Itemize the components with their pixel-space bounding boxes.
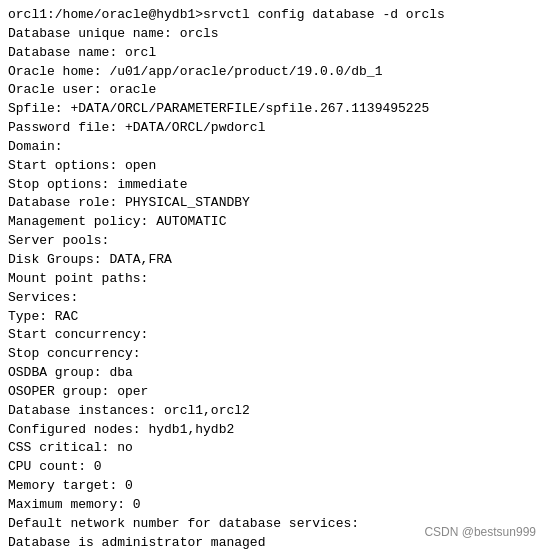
terminal-line: Database unique name: orcls [8,25,538,44]
terminal-line: Spfile: +DATA/ORCL/PARAMETERFILE/spfile.… [8,100,538,119]
terminal-line: CSS critical: no [8,439,538,458]
terminal-line: CPU count: 0 [8,458,538,477]
terminal-line: OSOPER group: oper [8,383,538,402]
terminal-line: Type: RAC [8,308,538,327]
terminal-line: Memory target: 0 [8,477,538,496]
terminal-line: orcl1:/home/oracle@hydb1>srvctl config d… [8,6,538,25]
terminal-line: Mount point paths: [8,270,538,289]
terminal-line: Server pools: [8,232,538,251]
terminal-line: Database name: orcl [8,44,538,63]
terminal-output: orcl1:/home/oracle@hydb1>srvctl config d… [8,6,538,549]
terminal-line: Maximum memory: 0 [8,496,538,515]
terminal-line: Password file: +DATA/ORCL/pwdorcl [8,119,538,138]
terminal-line: OSDBA group: dba [8,364,538,383]
terminal-line: Services: [8,289,538,308]
terminal-line: Configured nodes: hydb1,hydb2 [8,421,538,440]
terminal-line: Start concurrency: [8,326,538,345]
terminal-line: Oracle home: /u01/app/oracle/product/19.… [8,63,538,82]
terminal-line: Domain: [8,138,538,157]
terminal-line: Management policy: AUTOMATIC [8,213,538,232]
terminal-window: orcl1:/home/oracle@hydb1>srvctl config d… [0,0,546,549]
terminal-line: Database role: PHYSICAL_STANDBY [8,194,538,213]
terminal-line: Oracle user: oracle [8,81,538,100]
terminal-line: Stop options: immediate [8,176,538,195]
terminal-line: Stop concurrency: [8,345,538,364]
terminal-line: Disk Groups: DATA,FRA [8,251,538,270]
watermark: CSDN @bestsun999 [424,525,536,539]
terminal-line: Database instances: orcl1,orcl2 [8,402,538,421]
terminal-line: Start options: open [8,157,538,176]
